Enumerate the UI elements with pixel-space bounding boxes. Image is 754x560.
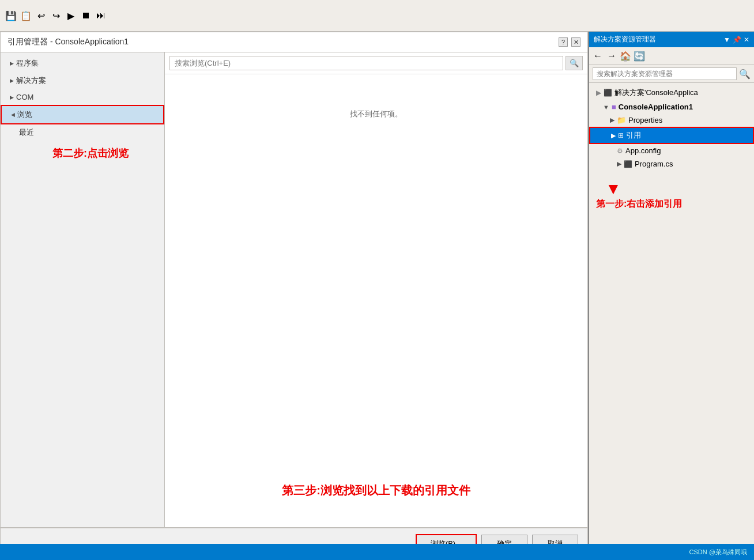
- home-icon[interactable]: 🏠: [619, 50, 632, 62]
- search-bar: 🔍: [165, 52, 587, 74]
- nav-tree: ▶ 程序集 ▶ 解决方案 ▶ COM ◀ 浏览 最近: [1, 52, 165, 527]
- csdn-watermark: CSDN @菜鸟殊同哦: [689, 548, 747, 557]
- nav-item-solution[interactable]: ▶ 解决方案: [1, 72, 164, 89]
- properties-label: Properties: [628, 116, 662, 124]
- dialog-body: ▶ 程序集 ▶ 解决方案 ▶ COM ◀ 浏览 最近: [0, 52, 588, 528]
- nav-label-com: COM: [16, 93, 33, 101]
- expand-icon: ▶: [611, 132, 616, 139]
- tree-item-properties[interactable]: ▶ 📁 Properties: [589, 113, 754, 127]
- dialog-titlebar: 引用管理器 - ConsoleApplication1 ? ✕: [0, 32, 588, 52]
- solution-tree: ▶ ⬛ 解决方案'ConsoleApplica ▼ ■ ConsoleAppli…: [589, 83, 754, 560]
- help-button[interactable]: ?: [559, 37, 568, 47]
- step2-annotation-container: 第二步:点击浏览: [1, 141, 164, 160]
- tree-item-appconfig[interactable]: ⚙ App.config: [589, 144, 754, 157]
- expand-icon: ▼: [603, 104, 609, 111]
- nav-label-assemblies: 程序集: [16, 58, 39, 69]
- programcs-label: Program.cs: [635, 160, 673, 168]
- solution-header-icons: ▼ 📌 ✕: [723, 36, 749, 44]
- solution-root-icon: ⬛: [604, 89, 612, 97]
- search-button[interactable]: 🔍: [566, 56, 583, 70]
- solution-header: 解决方案资源管理器 ▼ 📌 ✕: [589, 32, 754, 47]
- triangle-icon: ▶: [10, 78, 14, 84]
- content-area: 🔍 找不到任何项。 第三步:浏览找到以上下载的引用文件: [165, 52, 587, 527]
- refresh-icon[interactable]: 🔄: [633, 50, 646, 62]
- toolbar-icon-6[interactable]: ⏹: [80, 9, 92, 22]
- step3-annotation: 第三步:浏览找到以上下载的引用文件: [282, 484, 470, 497]
- nav-item-recent[interactable]: 最近: [1, 124, 164, 141]
- solution-root-label: 解决方案'ConsoleApplica: [614, 88, 698, 98]
- top-toolbar: 💾 📋 ↩ ↪ ▶ ⏹ ⏭: [0, 0, 754, 32]
- folder-icon: 📁: [617, 116, 626, 124]
- toolbar-icon-4[interactable]: ↪: [50, 9, 62, 22]
- back-icon[interactable]: ←: [591, 50, 604, 62]
- tree-item-project[interactable]: ▼ ■ ConsoleApplication1: [589, 100, 754, 113]
- nav-item-browse[interactable]: ◀ 浏览: [1, 105, 164, 124]
- solution-icon: ▶: [596, 89, 601, 97]
- tree-item-solution-root[interactable]: ▶ ⬛ 解决方案'ConsoleApplica: [589, 85, 754, 100]
- nav-label-solution: 解决方案: [16, 75, 46, 86]
- nav-item-com[interactable]: ▶ COM: [1, 89, 164, 105]
- content-empty: 找不到任何项。: [165, 74, 587, 483]
- nav-label-browse: 浏览: [17, 109, 32, 120]
- step1-annotation-container: ▼ 第一步:右击添加引用: [589, 171, 754, 210]
- search-input[interactable]: [169, 56, 563, 70]
- triangle-icon: ▶: [10, 60, 14, 66]
- dialog-panel: 引用管理器 - ConsoleApplication1 ? ✕ ▶ 程序集 ▶ …: [0, 32, 588, 560]
- close-button[interactable]: ✕: [571, 37, 580, 47]
- solution-panel-title: 解决方案资源管理器: [594, 35, 656, 44]
- solution-search: 🔍: [589, 65, 754, 83]
- pin-icon[interactable]: 📌: [733, 36, 741, 44]
- tree-item-references[interactable]: ▶ ⊞ 引用: [589, 127, 754, 144]
- toolbar-icon-7[interactable]: ⏭: [95, 9, 107, 22]
- expand-icon: ▶: [610, 116, 614, 124]
- solution-search-icon[interactable]: 🔍: [739, 69, 751, 80]
- nav-label-recent: 最近: [19, 128, 34, 137]
- main-area: 引用管理器 - ConsoleApplication1 ? ✕ ▶ 程序集 ▶ …: [0, 32, 754, 560]
- forward-icon[interactable]: →: [605, 50, 618, 62]
- nav-item-assemblies[interactable]: ▶ 程序集: [1, 55, 164, 72]
- tree-item-programcs[interactable]: ▶ ⬛ Program.cs: [589, 157, 754, 171]
- step3-annotation-container: 第三步:浏览找到以上下载的引用文件: [165, 483, 587, 527]
- close-panel-icon[interactable]: ✕: [744, 36, 749, 44]
- step2-annotation: 第二步:点击浏览: [52, 147, 129, 159]
- project-icon: ■: [612, 103, 616, 111]
- triangle-icon: ◀: [11, 112, 15, 118]
- appconfig-label: App.config: [625, 146, 661, 155]
- step1-arrow-icon: ▼: [594, 180, 749, 198]
- project-label: ConsoleApplication1: [619, 103, 693, 111]
- solution-toolbar: ← → 🏠 🔄: [589, 47, 754, 65]
- solution-search-input[interactable]: [593, 67, 737, 80]
- config-icon: ⚙: [617, 147, 623, 155]
- toolbar-icon-1[interactable]: 💾: [5, 9, 17, 22]
- toolbar-icon-2[interactable]: 📋: [20, 9, 32, 22]
- references-label: 引用: [626, 130, 641, 141]
- dialog-title-buttons: ? ✕: [559, 37, 580, 47]
- toolbar-icon-3[interactable]: ↩: [35, 9, 47, 22]
- empty-message: 找不到任何项。: [350, 109, 402, 119]
- status-bar: CSDN @菜鸟殊同哦: [0, 544, 754, 560]
- solution-panel: 解决方案资源管理器 ▼ 📌 ✕ ← → 🏠 🔄 🔍 ▶ ⬛ 解决方案': [588, 32, 754, 560]
- ref-icon: ⊞: [618, 131, 624, 139]
- cs-icon: ⬛: [624, 160, 632, 168]
- toolbar-icon-5[interactable]: ▶: [65, 9, 77, 22]
- step1-annotation: 第一步:右击添加引用: [594, 198, 749, 210]
- dropdown-icon[interactable]: ▼: [723, 36, 730, 44]
- dialog-title: 引用管理器 - ConsoleApplication1: [7, 37, 129, 47]
- expand-icon: ▶: [617, 160, 621, 168]
- triangle-icon: ▶: [10, 94, 14, 100]
